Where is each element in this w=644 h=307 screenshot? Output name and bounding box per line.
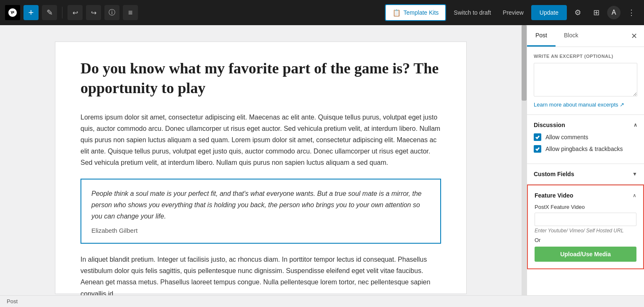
status-bar: Post: [0, 295, 644, 307]
toolbar-separator-1: [62, 7, 62, 18]
tab-block[interactable]: Block: [556, 25, 587, 47]
sidebar-close-button[interactable]: ✕: [624, 27, 644, 45]
template-kits-label: Template Kits: [403, 9, 439, 16]
post-body-1[interactable]: Lorems ipsum dolor sit amet, consectetur…: [80, 112, 441, 169]
feature-video-section: Feature Video ∧ PostX Feature Video Ente…: [527, 185, 644, 269]
add-block-button[interactable]: +: [23, 5, 39, 20]
tab-block-label: Block: [564, 32, 578, 39]
wordpress-logo[interactable]: [5, 5, 20, 20]
update-button[interactable]: Update: [531, 5, 567, 20]
custom-fields-label: Custom Fields: [534, 171, 574, 177]
allow-pingbacks-row[interactable]: Allow pingbacks & trackbacks: [534, 145, 637, 153]
allow-comments-checkbox[interactable]: [534, 133, 541, 141]
discussion-section: Discussion ∧ Allow comments Allow pingba…: [527, 115, 644, 164]
redo-button[interactable]: ↪: [86, 5, 101, 20]
account-button[interactable]: A: [607, 6, 621, 19]
postx-feature-video-label: PostX Feature Video: [535, 204, 636, 210]
custom-fields-header[interactable]: Custom Fields ▼: [534, 171, 637, 177]
post-title[interactable]: Do you know what my favorite part of the…: [80, 59, 441, 98]
discussion-chevron-icon: ∧: [634, 122, 637, 128]
feature-video-or: Or: [535, 237, 636, 243]
more-options-button[interactable]: ⋮: [624, 5, 639, 20]
editor-area[interactable]: Do you know what my favorite part of the…: [0, 25, 522, 295]
blockquote-cite[interactable]: Elizabeth Gilbert: [91, 227, 138, 234]
upload-media-button[interactable]: Upload/Use Media: [535, 247, 636, 262]
right-sidebar: Post Block ✕ WRITE AN EXCERPT (OPTIONAL)…: [527, 25, 644, 295]
preview-button[interactable]: Preview: [499, 7, 528, 18]
template-kits-button[interactable]: 📋 Template Kits: [385, 4, 446, 21]
tab-post[interactable]: Post: [527, 25, 556, 47]
undo-button[interactable]: ↩: [68, 5, 83, 20]
update-label: Update: [540, 9, 558, 16]
excerpt-label: WRITE AN EXCERPT (OPTIONAL): [534, 54, 637, 59]
main-layout: Do you know what my favorite part of the…: [0, 25, 644, 295]
excerpt-link-text: Learn more about manual excerpts: [534, 101, 618, 108]
allow-pingbacks-label: Allow pingbacks & trackbacks: [545, 146, 623, 152]
discussion-title: Discussion: [534, 122, 565, 128]
tools-button[interactable]: ✎: [42, 5, 57, 20]
feature-video-input[interactable]: [535, 213, 636, 226]
excerpt-link[interactable]: Learn more about manual excerpts ↗: [534, 101, 637, 108]
switch-draft-button[interactable]: Switch to draft: [449, 7, 495, 18]
editor-scrollbar-thumb: [522, 25, 527, 101]
list-view-button[interactable]: ≡: [123, 5, 138, 20]
plugins-button[interactable]: ⊞: [589, 5, 604, 20]
feature-video-title: Feature Video: [535, 192, 573, 199]
feature-video-header[interactable]: Feature Video ∧: [535, 192, 636, 199]
excerpt-section: WRITE AN EXCERPT (OPTIONAL) Learn more a…: [527, 47, 644, 115]
post-body-2[interactable]: In aliquet blandit pretium. Integer ut f…: [80, 254, 441, 295]
editor-scrollbar[interactable]: [522, 25, 527, 295]
status-post-label: Post: [7, 298, 18, 304]
allow-comments-label: Allow comments: [545, 134, 588, 140]
allow-comments-row[interactable]: Allow comments: [534, 133, 637, 141]
switch-draft-label: Switch to draft: [454, 9, 491, 16]
excerpt-textarea[interactable]: [534, 63, 637, 96]
custom-fields-chevron-icon: ▼: [632, 171, 637, 177]
close-icon: ✕: [631, 32, 637, 40]
custom-fields-section: Custom Fields ▼: [527, 164, 644, 185]
preview-label: Preview: [503, 9, 524, 16]
allow-pingbacks-checkbox[interactable]: [534, 145, 541, 153]
discussion-header[interactable]: Discussion ∧: [534, 122, 637, 128]
feature-video-hint: Enter Youtube/ Vimeo/ Self Hosted URL: [535, 228, 636, 234]
toolbar: + ✎ ↩ ↪ ⓘ ≡ 📋 Template Kits Switch to dr…: [0, 0, 644, 25]
blockquote[interactable]: People think a soul mate is your perfect…: [80, 179, 441, 244]
editor-canvas: Do you know what my favorite part of the…: [55, 42, 466, 294]
blockquote-text[interactable]: People think a soul mate is your perfect…: [91, 188, 430, 222]
upload-btn-label: Upload/Use Media: [560, 251, 611, 258]
settings-button[interactable]: ⚙: [570, 5, 585, 20]
template-kits-icon: 📋: [392, 9, 401, 17]
tab-post-label: Post: [535, 32, 547, 39]
feature-video-chevron-icon: ∧: [633, 193, 636, 198]
sidebar-header: Post Block ✕: [527, 25, 644, 47]
info-button[interactable]: ⓘ: [104, 5, 119, 20]
